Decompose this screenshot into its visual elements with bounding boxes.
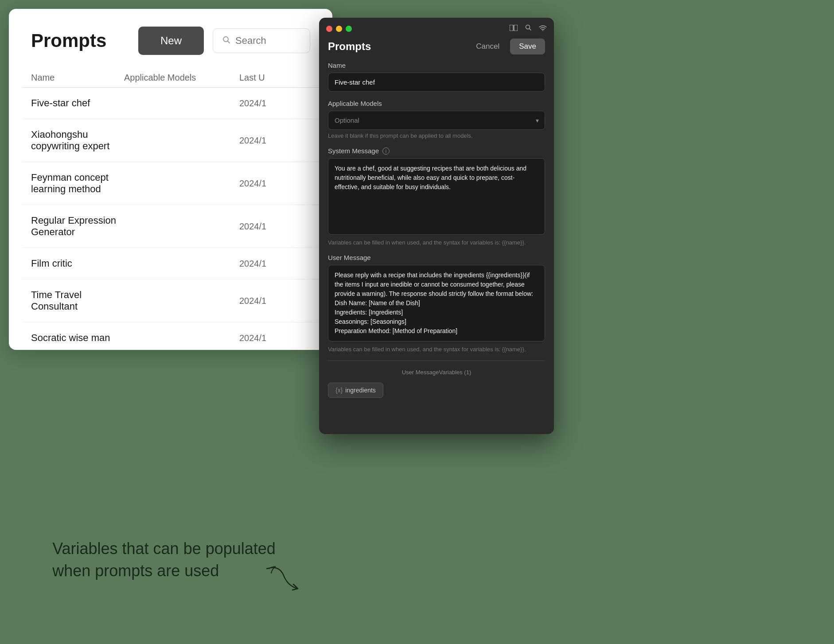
applicable-models-field-group: Applicable Models Optional ▾ Leave it bl… [328, 100, 545, 139]
user-message-label: User Message [328, 254, 545, 261]
system-message-label-row: System Message i [328, 147, 545, 155]
search-box[interactable] [213, 28, 310, 53]
new-button[interactable]: New [138, 27, 204, 55]
name-label: Name [328, 62, 545, 69]
name-input[interactable] [328, 73, 545, 92]
annotation-area: Variables that can be populated when pro… [0, 476, 328, 644]
system-message-label: System Message [328, 147, 379, 155]
variables-header: User MessageVariables (1) [328, 365, 545, 379]
row-date: 2024/1 [239, 178, 310, 189]
name-field-group: Name [328, 62, 545, 92]
maximize-button[interactable] [346, 26, 352, 32]
row-name: Regular Expression Generator [31, 215, 124, 238]
sidebar-toggle-icon[interactable] [510, 24, 518, 33]
table-row[interactable]: Time Travel Consultant 2024/1 [22, 279, 319, 322]
annotation-arrow-icon [262, 560, 302, 595]
system-message-hint: Variables can be filled in when used, an… [328, 239, 545, 246]
system-message-field-group: System Message i Variables can be filled… [328, 147, 545, 246]
variable-badge-ingredients[interactable]: {x} ingredients [328, 383, 383, 398]
table: Name Applicable Models Last U Five-star … [9, 68, 332, 350]
annotation-text: Variables that can be populated when pro… [52, 538, 276, 582]
table-row[interactable]: Socratic wise man 2024/1 [22, 322, 319, 350]
svg-line-1 [228, 41, 230, 43]
table-row[interactable]: Film critic 2024/1 [22, 248, 319, 279]
minimize-button[interactable] [336, 26, 342, 32]
table-row[interactable]: Regular Expression Generator 2024/1 [22, 205, 319, 248]
row-name: Time Travel Consultant [31, 289, 124, 312]
row-date: 2024/1 [239, 296, 310, 306]
variable-curly-icon: {x} [335, 387, 343, 394]
row-name: Five-star chef [31, 97, 124, 109]
modal-header-actions: Cancel Save [471, 39, 545, 54]
variable-badge-label: ingredients [345, 387, 376, 394]
col-name: Name [31, 73, 124, 83]
applicable-models-hint: Leave it blank if this prompt can be app… [328, 132, 545, 139]
row-name: Film critic [31, 258, 124, 269]
wifi-icon [539, 24, 547, 33]
table-row[interactable]: Xiaohongshu copywriting expert 2024/1 [22, 119, 319, 162]
modal-header: Prompts Cancel Save [319, 35, 554, 62]
search-icon [222, 35, 231, 47]
row-date: 2024/1 [239, 333, 310, 343]
row-date: 2024/1 [239, 221, 310, 232]
svg-rect-2 [510, 25, 513, 31]
modal-panel: Prompts Cancel Save Name Applicable Mode… [319, 18, 554, 434]
svg-line-5 [530, 29, 531, 31]
modal-title: Prompts [328, 40, 371, 53]
table-header: Name Applicable Models Last U [22, 68, 319, 88]
svg-rect-3 [514, 25, 518, 31]
variable-badges-container: {x} ingredients [328, 379, 545, 398]
row-date: 2024/1 [239, 136, 310, 146]
row-name: Socratic wise man [31, 332, 124, 344]
row-name: Xiaohongshu copywriting expert [31, 129, 124, 152]
info-icon[interactable]: i [382, 147, 390, 155]
modal-content: Name Applicable Models Optional ▾ Leave … [319, 62, 554, 429]
row-date: 2024/1 [239, 259, 310, 269]
col-models: Applicable Models [124, 73, 239, 83]
user-message-hint: Variables can be filled in when used, an… [328, 346, 545, 353]
divider [328, 361, 545, 361]
table-row[interactable]: Feynman concept learning method 2024/1 [22, 162, 319, 205]
applicable-models-value: Optional [335, 116, 359, 124]
applicable-models-select[interactable]: Optional [328, 111, 545, 130]
col-date: Last U [239, 73, 310, 83]
applicable-models-label: Applicable Models [328, 100, 545, 107]
row-name: Feynman concept learning method [31, 172, 124, 195]
table-row[interactable]: Five-star chef 2024/1 [22, 88, 319, 119]
main-header: Prompts New [9, 9, 332, 68]
svg-point-6 [542, 30, 543, 31]
user-message-textarea[interactable] [328, 265, 545, 341]
main-card: Prompts New Name Applicable Models Last … [9, 9, 332, 350]
system-message-textarea[interactable] [328, 158, 545, 235]
save-button[interactable]: Save [510, 39, 545, 54]
search-input[interactable] [235, 35, 297, 47]
page-title: Prompts [31, 30, 129, 51]
user-message-field-group: User Message Variables can be filled in … [328, 254, 545, 353]
search-toolbar-icon[interactable] [525, 24, 532, 33]
cancel-button[interactable]: Cancel [471, 39, 505, 54]
row-date: 2024/1 [239, 98, 310, 109]
variables-section-label: User MessageVariables (1) [402, 369, 472, 376]
close-button[interactable] [326, 26, 332, 32]
applicable-models-select-wrapper: Optional ▾ [328, 111, 545, 130]
traffic-lights [326, 26, 352, 32]
